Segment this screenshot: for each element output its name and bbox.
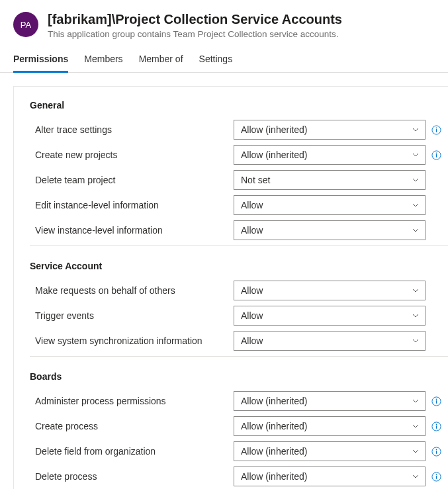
permission-row: Alter trace settingsAllow (inherited) (30, 117, 448, 142)
permission-label: View instance-level information (30, 225, 228, 236)
permission-select[interactable]: Allow (234, 306, 426, 326)
svg-point-1 (435, 127, 437, 128)
permission-label: Alter trace settings (30, 124, 228, 135)
permission-value: Allow (inherited) (241, 446, 307, 457)
chevron-down-icon (412, 126, 420, 134)
permission-row: View instance-level informationAllow (30, 218, 448, 243)
permission-row: Make requests on behalf of othersAllow (30, 278, 448, 303)
svg-point-10 (435, 423, 437, 425)
permission-value: Allow (inherited) (241, 471, 307, 482)
permission-value: Allow (241, 225, 263, 236)
avatar: PA (13, 12, 38, 37)
svg-rect-2 (435, 129, 436, 132)
svg-rect-14 (435, 451, 436, 454)
permission-select-wrap: Not set (234, 170, 426, 190)
permission-row: Create new projectsAllow (inherited) (30, 142, 448, 167)
svg-rect-5 (435, 154, 436, 157)
permission-select[interactable]: Allow (inherited) (234, 441, 426, 461)
tab-permissions[interactable]: Permissions (13, 50, 68, 73)
info-icon[interactable] (431, 124, 441, 135)
info-icon[interactable] (431, 471, 441, 482)
section-title: Boards (30, 371, 448, 382)
permission-select[interactable]: Allow (inherited) (234, 416, 426, 436)
permission-row: Delete team projectNot set (30, 167, 448, 193)
svg-point-7 (435, 398, 437, 400)
svg-point-4 (435, 152, 437, 154)
permission-select-wrap: Allow (inherited) (234, 391, 426, 411)
chevron-down-icon (412, 151, 420, 159)
permission-value: Allow (inherited) (241, 396, 307, 406)
permission-label: Create new projects (30, 150, 228, 160)
permission-value: Allow (inherited) (241, 150, 307, 160)
tab-bar: PermissionsMembersMember ofSettings (0, 44, 448, 73)
permission-select-wrap: Allow (234, 306, 426, 326)
info-icon[interactable] (431, 150, 441, 160)
permission-select[interactable]: Allow (inherited) (234, 145, 426, 165)
permission-label: Delete process (30, 471, 228, 482)
permission-select-wrap: Allow (234, 331, 426, 351)
info-icon[interactable] (431, 446, 441, 457)
permissions-panel: GeneralAlter trace settingsAllow (inheri… (13, 86, 448, 489)
page-subtitle: This application group contains Team Pro… (48, 29, 435, 39)
svg-rect-8 (435, 400, 436, 404)
permission-label: Make requests on behalf of others (30, 285, 228, 296)
permission-select-wrap: Allow (inherited) (234, 467, 426, 486)
permission-value: Allow (241, 200, 263, 210)
permission-row: Administer process permissionsAllow (inh… (30, 388, 448, 414)
svg-point-16 (435, 474, 437, 475)
permission-label: Delete team project (30, 175, 228, 185)
permission-row: Trigger eventsAllow (30, 303, 448, 328)
permission-select[interactable]: Allow (234, 195, 426, 215)
permission-label: Administer process permissions (30, 396, 228, 406)
permission-row: Edit instance-level informationAllow (30, 193, 448, 218)
permission-select-wrap: Allow (234, 281, 426, 300)
permission-label: Edit instance-level information (30, 200, 228, 210)
permission-select[interactable]: Allow (inherited) (234, 467, 426, 486)
permission-select[interactable]: Allow (inherited) (234, 391, 426, 411)
info-icon[interactable] (431, 396, 441, 406)
chevron-down-icon (412, 287, 420, 294)
permission-select-wrap: Allow (234, 195, 426, 215)
permission-value: Allow (241, 335, 263, 346)
permission-select[interactable]: Allow (234, 281, 426, 300)
page-header: PA [fabrikam]\Project Collection Service… (0, 0, 448, 44)
permission-label: View system synchronization information (30, 335, 228, 346)
permission-select[interactable]: Allow (234, 220, 426, 240)
permission-select-wrap: Allow (inherited) (234, 441, 426, 461)
chevron-down-icon (412, 337, 420, 345)
title-block: [fabrikam]\Project Collection Service Ac… (48, 11, 435, 39)
permission-value: Not set (241, 175, 270, 185)
permission-value: Allow (241, 310, 263, 321)
permission-value: Allow (241, 285, 263, 296)
permission-select-wrap: Allow (inherited) (234, 145, 426, 165)
chevron-down-icon (412, 176, 420, 184)
chevron-down-icon (412, 422, 420, 430)
chevron-down-icon (412, 201, 420, 209)
tab-members[interactable]: Members (84, 50, 122, 73)
section-boards: BoardsAdminister process permissionsAllo… (30, 371, 448, 489)
permission-label: Trigger events (30, 310, 228, 321)
tab-member-of[interactable]: Member of (139, 50, 183, 73)
permission-select[interactable]: Allow (234, 331, 426, 351)
permission-select-wrap: Allow (234, 220, 426, 240)
chevron-down-icon (412, 226, 420, 234)
svg-rect-17 (435, 476, 436, 479)
permission-label: Create process (30, 421, 228, 431)
permission-row: Create processAllow (inherited) (30, 414, 448, 439)
permission-row: Delete processAllow (inherited) (30, 464, 448, 489)
permission-row: Delete field from organizationAllow (inh… (30, 439, 448, 464)
chevron-down-icon (412, 472, 420, 480)
divider (30, 356, 448, 357)
info-icon[interactable] (431, 421, 441, 431)
permission-label: Delete field from organization (30, 446, 228, 457)
section-service-account: Service AccountMake requests on behalf o… (30, 261, 448, 357)
permission-row: View system synchronization informationA… (30, 328, 448, 353)
permission-select-wrap: Allow (inherited) (234, 416, 426, 436)
svg-rect-11 (435, 425, 436, 429)
permission-select-wrap: Allow (inherited) (234, 120, 426, 140)
tab-settings[interactable]: Settings (199, 50, 233, 73)
section-title: General (30, 100, 448, 111)
permission-select[interactable]: Not set (234, 170, 426, 190)
permission-select[interactable]: Allow (inherited) (234, 120, 426, 140)
section-title: Service Account (30, 261, 448, 271)
